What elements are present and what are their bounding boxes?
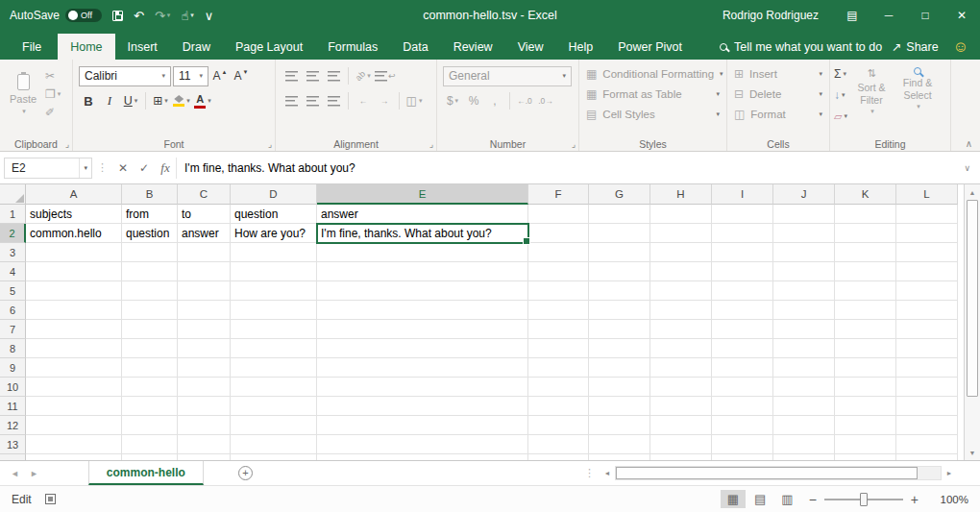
format-painter-button[interactable]: ✐ xyxy=(45,106,61,119)
ribbon-tab-insert[interactable]: Insert xyxy=(115,34,170,60)
cell-K1[interactable] xyxy=(835,205,896,224)
cell-J11[interactable] xyxy=(773,397,835,416)
cell-J13[interactable] xyxy=(773,435,835,454)
format-as-table-button[interactable]: ▦ Format as Table ▾ xyxy=(583,84,723,104)
accounting-format-button[interactable]: $▾ xyxy=(443,91,462,110)
italic-button[interactable]: I xyxy=(100,91,119,110)
cell-G1[interactable] xyxy=(589,205,650,224)
cell-E9[interactable] xyxy=(317,358,528,378)
cell-F11[interactable] xyxy=(528,397,589,416)
row-header-7[interactable]: 7 xyxy=(0,320,26,339)
collapse-ribbon-button[interactable]: ∧ xyxy=(966,138,972,149)
cell-B5[interactable] xyxy=(122,281,178,301)
column-header-F[interactable]: F xyxy=(528,184,589,205)
cell-I1[interactable] xyxy=(712,205,773,224)
autosave-toggle[interactable]: AutoSave Off xyxy=(10,9,102,22)
column-header-I[interactable]: I xyxy=(712,184,773,205)
enter-button[interactable]: ✓ xyxy=(134,158,155,179)
cell-C3[interactable] xyxy=(178,243,231,262)
cell-L10[interactable] xyxy=(896,378,958,397)
zoom-level[interactable]: 100% xyxy=(926,494,968,505)
cell-A5[interactable] xyxy=(26,281,122,301)
cell-B11[interactable] xyxy=(122,397,178,416)
cell-F3[interactable] xyxy=(528,243,589,262)
cell-E1[interactable]: answer xyxy=(317,205,528,224)
column-header-J[interactable]: J xyxy=(773,184,835,205)
redo-button[interactable]: ↷▾ xyxy=(155,9,170,23)
formula-bar-drag-handle[interactable]: ⋮ xyxy=(97,161,108,174)
conditional-formatting-button[interactable]: ▦ Conditional Formatting ▾ xyxy=(583,63,723,84)
cell-K12[interactable] xyxy=(835,416,896,435)
cell-A9[interactable] xyxy=(26,358,122,378)
cell-D3[interactable] xyxy=(231,243,317,262)
touch-mode-button[interactable]: ☝▾ xyxy=(181,9,193,23)
ribbon-tab-draw[interactable]: Draw xyxy=(170,34,223,60)
format-cells-button[interactable]: ◫ Format ▾ xyxy=(731,104,825,124)
clear-button[interactable]: ▱▾ xyxy=(834,108,847,125)
cell-H5[interactable] xyxy=(650,281,712,301)
column-header-A[interactable]: A xyxy=(26,184,122,205)
cell-D2[interactable]: How are you? xyxy=(231,224,317,243)
cell-K3[interactable] xyxy=(835,243,896,262)
wrap-text-button[interactable]: ↩ xyxy=(375,66,396,85)
row-header-6[interactable]: 6 xyxy=(0,301,26,320)
cell-D1[interactable]: question xyxy=(231,205,317,224)
cell-E10[interactable] xyxy=(317,378,528,397)
cell-H13[interactable] xyxy=(650,435,712,454)
row-header-1[interactable]: 1 xyxy=(0,205,26,224)
column-header-H[interactable]: H xyxy=(650,184,712,205)
cell-C13[interactable] xyxy=(178,435,231,454)
cancel-button[interactable]: ✕ xyxy=(112,158,134,179)
cell-H3[interactable] xyxy=(650,243,712,262)
row-header-5[interactable]: 5 xyxy=(0,281,26,301)
cell-J4[interactable] xyxy=(773,262,835,281)
cell-G9[interactable] xyxy=(589,358,650,378)
cell-F4[interactable] xyxy=(528,262,589,281)
alignment-dialog-launcher[interactable]: ⌟ xyxy=(429,139,433,149)
cell-L8[interactable] xyxy=(896,339,958,358)
ribbon-tab-home[interactable]: Home xyxy=(58,34,114,60)
font-color-button[interactable]: A▾ xyxy=(193,91,212,110)
cell-D5[interactable] xyxy=(231,281,317,301)
cell-E4[interactable] xyxy=(317,262,528,281)
name-box-dropdown-arrow[interactable]: ▾ xyxy=(79,158,91,178)
cell-C5[interactable] xyxy=(178,281,231,301)
cell-H7[interactable] xyxy=(650,320,712,339)
column-header-K[interactable]: K xyxy=(835,184,896,205)
delete-cells-button[interactable]: ⊟ Delete ▾ xyxy=(731,84,825,104)
cell-L5[interactable] xyxy=(896,281,958,301)
cell-E5[interactable] xyxy=(317,281,528,301)
cell-E8[interactable] xyxy=(317,339,528,358)
cell-I10[interactable] xyxy=(712,378,773,397)
align-middle-button[interactable] xyxy=(303,66,322,85)
undo-button[interactable]: ↶ xyxy=(134,9,144,23)
paste-button[interactable]: Paste ▾ xyxy=(4,63,42,125)
cell-H4[interactable] xyxy=(650,262,712,281)
fill-color-button[interactable]: ▾ xyxy=(172,91,191,110)
cell-E7[interactable] xyxy=(317,320,528,339)
cell-I6[interactable] xyxy=(712,301,773,320)
clipboard-dialog-launcher[interactable]: ⌟ xyxy=(65,139,69,149)
cell-D4[interactable] xyxy=(231,262,317,281)
cell-E11[interactable] xyxy=(317,397,528,416)
cell-D14[interactable] xyxy=(231,454,317,460)
cell-C10[interactable] xyxy=(178,378,231,397)
align-right-button[interactable] xyxy=(324,91,343,110)
increase-indent-button[interactable]: → xyxy=(375,91,394,110)
zoom-out-button[interactable]: − xyxy=(809,492,817,507)
new-sheet-button[interactable]: + xyxy=(238,466,253,480)
ribbon-tab-file[interactable]: File xyxy=(6,34,58,60)
cell-B4[interactable] xyxy=(122,262,178,281)
cell-K8[interactable] xyxy=(835,339,896,358)
sheet-tab-common-hello[interactable]: common-hello xyxy=(88,461,204,485)
cell-G14[interactable] xyxy=(589,454,650,460)
cell-C11[interactable] xyxy=(178,397,231,416)
column-header-B[interactable]: B xyxy=(122,184,178,205)
tell-me-box[interactable]: Tell me what you want to do xyxy=(720,34,882,60)
cell-B14[interactable] xyxy=(122,454,178,460)
autosum-button[interactable]: Σ▾ xyxy=(834,65,847,83)
page-layout-view-button[interactable]: ▤ xyxy=(747,490,772,508)
cell-I2[interactable] xyxy=(712,224,773,243)
ribbon-tab-view[interactable]: View xyxy=(505,34,556,60)
cell-G12[interactable] xyxy=(589,416,650,435)
